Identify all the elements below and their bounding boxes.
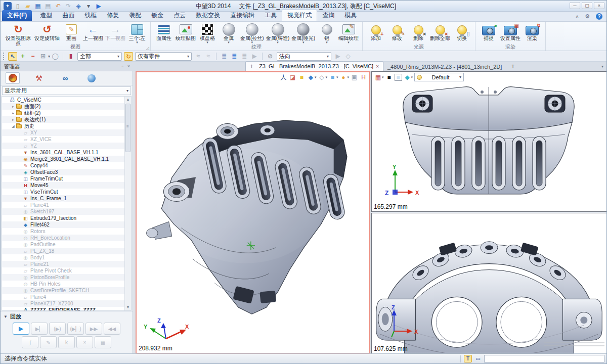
menu-tab-9[interactable]: 直接编辑 [225,10,259,21]
menu-tab-13[interactable]: 模具 [339,10,362,21]
previous-view-button[interactable]: ←上一视图 [82,22,104,41]
tree-item-25[interactable]: ◎Body1 [2,254,124,261]
next-view-button[interactable]: →下一视图 [104,22,126,41]
tree-item-9[interactable]: ▼Ins_3601_CAL_BASE_VH.1.1 [2,149,124,156]
save-icon[interactable]: ▦ [34,2,42,10]
window-select-icon[interactable]: ⊞ [38,52,48,61]
pick-normal-icon[interactable]: ▶ [333,52,342,61]
tree-expander-icon[interactable]: ▸ [11,111,16,115]
tree-item-30[interactable]: ◎CastBoreProfile_SKETCH [2,287,124,294]
menu-tab-1[interactable]: 造型 [35,10,57,21]
toolbar-handle[interactable] [3,53,5,60]
open-folder-icon[interactable]: ▰ [24,2,32,10]
toggle-light-button[interactable]: ▯切换 [451,22,472,41]
tree-expander-icon[interactable]: ▸ [11,105,16,109]
manager-tab-render[interactable] [84,72,99,84]
tree-item-14[interactable]: HMove45 [2,182,124,189]
pick-cursor-icon[interactable]: ↖ [8,52,17,61]
add-to-selection-icon[interactable]: + [18,52,27,61]
face-display-icon[interactable]: ■▾ [329,73,338,81]
tree-item-27[interactable]: ▱Plane Pivot Check [2,267,124,274]
tree-item-3[interactable]: ▸线框(2) [2,110,124,116]
render-button[interactable]: ↯渲染 [522,22,543,41]
tree-scrollbar[interactable]: ▲ ▼ [124,97,131,310]
replay-delete-button[interactable]: × [76,336,93,348]
menu-tab-12[interactable]: 查询 [317,10,339,21]
normal-direction-combo[interactable]: 法向▾ [277,52,331,61]
menu-file-button[interactable]: 文件(F) [2,10,32,21]
refresh-filter-icon[interactable]: ↻ [124,52,133,61]
pick-last-icon[interactable]: ▶ [250,52,259,61]
new-file-icon[interactable]: ▯ [14,2,22,10]
play-rewind-button[interactable]: ◀◀ [104,323,120,335]
play-through-button[interactable]: (▶) [49,323,66,335]
bounding-box-icon[interactable]: ■ [298,73,306,81]
document-tab-2[interactable]: _4800_Rims_2013M-2.Z3 - [4801_13inch_2D] [383,63,506,71]
collapse-ribbon-icon[interactable]: ˄ [576,14,579,20]
text-entry-toggle-icon[interactable]: T [464,355,472,362]
tree-item-24[interactable]: ▱PL_ZX_18 [2,248,124,254]
tree-item-12[interactable]: ◈OffsetFace3 [2,169,124,175]
texture-map-button[interactable]: 纹理贴图 [175,22,197,41]
delete-all-lights-button[interactable]: ×删除全部 [429,22,451,41]
play-button[interactable]: ▶ [13,323,29,335]
document-tab-1[interactable]: +_Z3_GL_BrakesModelB_2013.Z3 - [C_ViseMC… [245,61,383,71]
viewport-layout-button[interactable]: 三个:左▾ [126,22,148,44]
no-snap-icon[interactable]: ⊘ [266,52,275,61]
metal-brushed-button[interactable]: 金属(拉丝)▾ [239,22,265,44]
viewport-bottom-right[interactable]: Z X 107.625 mm [371,213,607,354]
tree-item-22[interactable]: ◎RH_BoreLocation [2,235,124,241]
menu-tab-4[interactable]: 修复 [102,10,124,21]
manager-tab-assembly[interactable]: ⚒ [32,72,46,84]
manager-pin-icon[interactable]: ▫ [122,64,123,69]
list-filter-icon[interactable]: ≣ [220,52,229,61]
render-attributes-button[interactable]: ▦设置属性 [499,22,522,41]
background-icon[interactable]: ▦▾ [374,73,384,81]
tab-close-icon[interactable]: × [376,64,379,69]
material-icon[interactable]: ◆▾ [404,73,413,81]
tree-item-11[interactable]: ✎Copy44 [2,162,124,169]
menu-tab-10[interactable]: 工具 [259,10,282,21]
manager-close-icon[interactable]: × [127,64,130,69]
capture-button[interactable]: ●捕捉 [478,22,499,41]
tree-expander-icon[interactable]: ▸ [11,118,16,122]
entity-filter-combo[interactable]: 全部▾ [77,52,122,61]
play-to-next-button[interactable]: ▶▏ [31,323,48,335]
tree-item-23[interactable]: ◎PadOutline [2,241,124,248]
set-spin-axis-button[interactable]: ↺设定旋转轴 [33,22,61,41]
highlight-display-icon[interactable]: ●▾ [339,73,349,81]
tree-item-7[interactable]: ▱XZ_VICE [2,136,124,143]
remove-from-selection-icon[interactable]: − [28,52,37,61]
tree-item-17[interactable]: ▱Plane41 [2,202,124,208]
tree-item-20[interactable]: ◆Fillet462 [2,221,124,228]
list-filter-alt-icon[interactable]: ≣ [240,52,249,61]
command-input[interactable] [484,355,604,362]
zoom-extents-icon[interactable]: ▣ [351,73,358,81]
color-filter-icon[interactable]: ▮ [66,52,75,61]
shaded-display-icon[interactable]: ◆▾ [307,73,317,81]
viewport-main[interactable]: 人◪■◆▾◇▾■▾●▾▣H [136,71,370,354]
face-attributes-button[interactable]: 面属性 [153,22,175,41]
replay-image-button[interactable]: ▦ [95,336,111,348]
tab-plus-icon[interactable]: + [250,63,253,70]
list-filter-active-icon[interactable]: ≣ [230,52,239,61]
walkthrough-icon[interactable]: 人 [280,73,287,81]
snap-lock-icon[interactable]: ≈ [204,52,213,61]
wireframe-display-icon[interactable]: ◇▾ [318,73,327,81]
manager-tab-visual[interactable]: ∞ [58,72,72,84]
tree-item-21[interactable]: ◎Rotors [2,228,124,235]
menu-tab-7[interactable]: 点云 [168,10,191,21]
new-tab-button[interactable]: + [511,62,515,70]
close-button[interactable]: × [594,2,604,9]
menu-tab-3[interactable]: 线框 [79,10,102,21]
metal-button[interactable]: 金属▾ [218,22,239,44]
redraw-button[interactable]: ✎重画 [61,22,82,41]
pick-scope-combo[interactable]: 仅有零件▾ [135,52,192,61]
tree-item-33[interactable]: AZZZZZ_ENDOFBASE_ZZZZ [2,307,124,311]
tree-item-29[interactable]: ◎HB Pin Holes [2,281,124,287]
modify-light-button[interactable]: ✎修改 [386,22,408,41]
tree-item-18[interactable]: ◎Sketch197 [2,208,124,215]
tree-item-19[interactable]: ◧Extrude179_Isection [2,215,124,221]
tree-item-5[interactable]: ◢历史 [2,123,124,129]
replay-callout-button[interactable]: k [58,336,75,348]
